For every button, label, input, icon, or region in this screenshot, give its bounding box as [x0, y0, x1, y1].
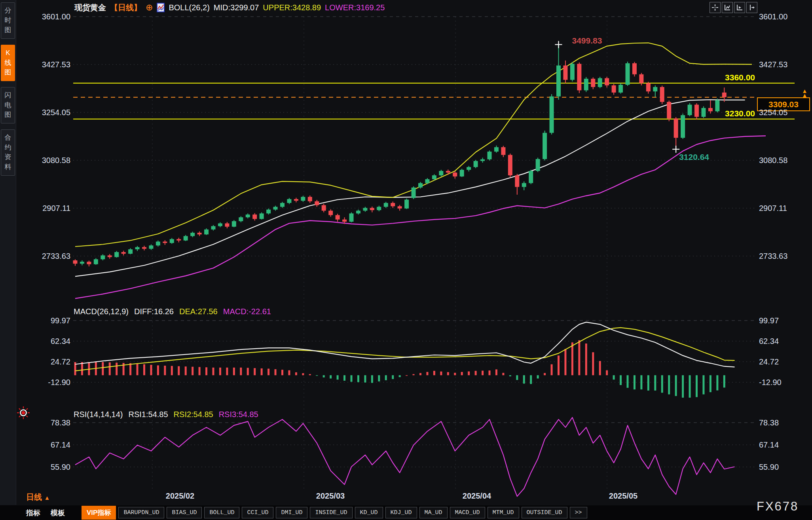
sidebar-tab-分时图[interactable]: 分 时 图 [1, 2, 15, 39]
candle-body [225, 223, 229, 226]
macd-bar [192, 367, 194, 375]
y-axis-label: 55.90 [759, 463, 779, 472]
x-axis-label: 2025/05 [609, 492, 637, 501]
macd-bar [461, 372, 463, 375]
macd-bar [661, 375, 663, 393]
candle-body [688, 105, 692, 116]
axis-shift-icon[interactable] [746, 2, 757, 13]
macd-bar [475, 371, 477, 375]
macd-bar [654, 375, 656, 391]
candle-body [501, 147, 505, 155]
x-axis-label: 2025/02 [166, 492, 194, 501]
macd-bar [447, 372, 449, 375]
sidebar-tab-闪电图[interactable]: 闪 电 图 [1, 87, 15, 123]
toolbar-tab-MA_UD[interactable]: MA_UD [419, 507, 448, 518]
candle-body [694, 105, 699, 117]
chart-canvas[interactable] [0, 0, 812, 520]
candle-body [494, 147, 499, 152]
toolbar-tab-模板[interactable]: 模板 [47, 507, 69, 519]
toolbar-tab-指标[interactable]: 指标 [22, 507, 44, 519]
crosshair-icon[interactable] [710, 2, 721, 13]
candle-body [246, 214, 250, 217]
candle-body [114, 252, 119, 257]
sidebar-tab-合约资料[interactable]: 合 约 资 料 [1, 129, 15, 176]
macd-bar [323, 375, 325, 378]
macd-dea-line [75, 328, 735, 371]
candle-body [101, 255, 105, 259]
candle-body [446, 171, 450, 173]
macd-bar [606, 370, 608, 375]
candle-body [128, 249, 133, 254]
chart-frame-icon[interactable] [722, 2, 733, 13]
macd-bar [551, 364, 553, 376]
candle-body [87, 262, 91, 264]
candle-body [639, 74, 643, 83]
toolbar-tab-BOLL_UD[interactable]: BOLL_UD [204, 507, 239, 518]
toolbar-tab-BIAS_UD[interactable]: BIAS_UD [167, 507, 202, 518]
macd-params: MACD(26,12,9) [74, 307, 129, 316]
macd-bar [275, 369, 277, 375]
candle-body [439, 171, 443, 175]
symbol-name: 现货黄金 [74, 2, 106, 13]
toolbar-tab-OUTSIDE_UD[interactable]: OUTSIDE_UD [522, 507, 567, 518]
candle-body [570, 64, 575, 80]
macd-bar [689, 375, 691, 398]
macd-bar [143, 364, 145, 376]
candle-body [170, 239, 174, 243]
sidebar-tab-K线图[interactable]: K 线 图 [1, 45, 15, 81]
macd-bar [544, 373, 546, 376]
macd-bar [716, 375, 718, 390]
macd-bar [426, 372, 428, 375]
y-axis-label: 3254.05 [23, 108, 70, 117]
macd-bar [585, 344, 587, 375]
candle-body [653, 87, 657, 91]
macd-diff-value: DIFF:16.26 [134, 307, 174, 316]
candle-body [556, 65, 561, 96]
rsi-header: RSI(14,14,14) RSI1:54.85 RSI2:54.85 RSI3… [74, 410, 258, 419]
macd-bar [116, 362, 118, 375]
macd-bar [419, 373, 421, 376]
toolbar-tab->>[interactable]: >> [570, 507, 587, 518]
period-tag[interactable]: 【日线】 [110, 2, 142, 13]
candle-body [218, 223, 222, 226]
toolbar-tab-MTM_UD[interactable]: MTM_UD [488, 507, 519, 518]
toolbar-tab-KD_UD[interactable]: KD_UD [355, 507, 383, 518]
macd-bar [137, 364, 138, 375]
macd-bar [247, 368, 249, 376]
candle-body [211, 226, 216, 229]
macd-bar [495, 369, 497, 375]
candle-body [536, 159, 540, 171]
macd-bar [378, 375, 380, 381]
y-axis-label: -12.90 [759, 378, 782, 387]
resistance-level-label: 3360.00 [704, 73, 755, 82]
macd-bar [516, 375, 518, 380]
toolbar-tab-VIP指标[interactable]: VIP指标 [82, 506, 116, 520]
toolbar-tab-CCI_UD[interactable]: CCI_UD [242, 507, 273, 518]
candle-body [432, 175, 436, 179]
candle-body [197, 233, 202, 234]
add-indicator-icon[interactable]: ⊕ [146, 2, 153, 13]
toolbar-tab-BARUPDN_UD[interactable]: BARUPDN_UD [118, 507, 164, 518]
candle-body [94, 259, 98, 264]
toolbar-tab-KDJ_UD[interactable]: KDJ_UD [385, 507, 417, 518]
candle-body [508, 155, 512, 175]
chart-play-icon[interactable] [734, 2, 745, 13]
macd-bar [88, 362, 90, 375]
candle-body [515, 175, 519, 187]
toolbar-tab-MACD_UD[interactable]: MACD_UD [450, 507, 485, 518]
toolbar-tab-DMI_UD[interactable]: DMI_UD [276, 507, 307, 518]
candle-body [480, 159, 485, 161]
macd-bar [364, 375, 366, 382]
candle-body [467, 167, 471, 170]
macd-bar [81, 362, 83, 375]
period-selector[interactable]: 日线 ▲ [26, 492, 50, 503]
candle-body [142, 247, 146, 249]
macd-bar [537, 375, 539, 378]
toolbar-tab-INSIDE_UD[interactable]: INSIDE_UD [310, 507, 352, 518]
candle-body [425, 179, 429, 183]
candle-body [204, 230, 209, 235]
macd-bar [309, 374, 311, 375]
high-price-annotation: 3499.83 [572, 36, 602, 46]
candle-body [626, 63, 630, 85]
macd-bar [129, 363, 131, 375]
